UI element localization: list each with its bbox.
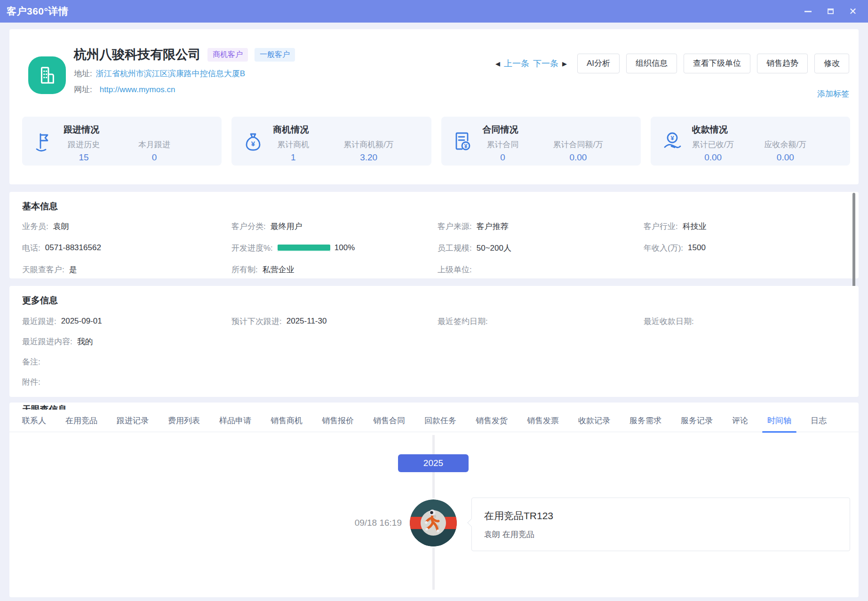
stat-title: 商机情况 bbox=[273, 124, 394, 136]
org-info-button[interactable]: 组织信息 bbox=[626, 54, 677, 73]
tab-competitor-products[interactable]: 在用竞品 bbox=[65, 410, 97, 432]
detail-tabs-card: 天眼查信息 联系人 在用竞品 跟进记录 费用列表 样品申请 销售商机 销售报价 … bbox=[9, 403, 859, 597]
sales-trend-button[interactable]: 销售趋势 bbox=[757, 54, 808, 73]
company-info: 杭州八骏科技有限公司 商机客户 一般客户 地址: 浙江省杭州市滨江区滨康路中控信… bbox=[74, 46, 295, 95]
tab-sample-request[interactable]: 样品申请 bbox=[219, 410, 251, 432]
stat-metric: 累计合同额/万 0.00 bbox=[553, 139, 604, 163]
basic-field-ownership: 所有制: 私营企业 bbox=[231, 263, 438, 276]
customer-360-window: 客户360°详情 ✕ 杭州八 bbox=[0, 0, 868, 601]
more-field-next-followup: 预计下次跟进: 2025-11-30 bbox=[231, 315, 438, 327]
stat-title: 跟进情况 bbox=[64, 124, 175, 136]
minimize-icon[interactable] bbox=[803, 7, 812, 16]
maximize-icon[interactable] bbox=[826, 7, 835, 16]
stat-metric: 累计商机 1 bbox=[273, 139, 313, 163]
tab-payment-tasks[interactable]: 回款任务 bbox=[424, 410, 456, 432]
stat-card-payment: ¥ 收款情况 累计已收/万 0.00 应收余额/万 0.0 bbox=[651, 117, 850, 166]
address-link[interactable]: 浙江省杭州市滨江区滨康路中控信息大厦B bbox=[96, 68, 245, 79]
website-link[interactable]: http://www.mymos.cn bbox=[100, 85, 175, 95]
basic-field-tianyancha: 天眼查客户: 是 bbox=[22, 263, 231, 276]
stat-title: 合同情况 bbox=[483, 124, 604, 136]
prev-record-link[interactable]: 上一条 bbox=[504, 58, 529, 69]
svg-text:¥: ¥ bbox=[251, 140, 255, 148]
money-bag-icon: ¥ bbox=[242, 130, 264, 153]
tab-followup-records[interactable]: 跟进记录 bbox=[117, 410, 149, 432]
timeline-item-time: 09/18 16:19 bbox=[301, 518, 402, 528]
record-nav: ◀ 上一条 下一条 ▶ bbox=[495, 58, 567, 69]
stat-metric: 本月跟进 0 bbox=[134, 139, 175, 163]
tab-service-records[interactable]: 服务记录 bbox=[681, 410, 713, 432]
more-field-attachment: 附件: bbox=[22, 376, 846, 388]
tab-payment-records[interactable]: 收款记录 bbox=[578, 410, 610, 432]
tab-sales-invoice[interactable]: 销售发票 bbox=[527, 410, 559, 432]
next-arrow-icon[interactable]: ▶ bbox=[562, 60, 567, 67]
add-tag-link[interactable]: 添加标签 bbox=[817, 88, 849, 99]
stat-metric: 应收余额/万 0.00 bbox=[764, 139, 806, 163]
tab-sales-quote[interactable]: 销售报价 bbox=[322, 410, 354, 432]
tab-contacts[interactable]: 联系人 bbox=[22, 410, 46, 432]
basic-field-customer-class: 客户分类: 最终用户 bbox=[231, 220, 438, 232]
more-field-last-followup: 最近跟进: 2025-09-01 bbox=[22, 315, 231, 327]
tab-timeline[interactable]: 时间轴 bbox=[767, 410, 791, 432]
stat-metric: 累计合同 0 bbox=[483, 139, 523, 163]
timeline-panel: 2025 09/18 16:19 bbox=[9, 432, 859, 590]
basic-field-salesperson: 业务员: 袁朗 bbox=[22, 220, 231, 232]
window-controls: ✕ bbox=[803, 0, 858, 23]
titlebar: 客户360°详情 ✕ bbox=[0, 0, 868, 23]
basic-field-customer-source: 客户来源: 客户推荐 bbox=[438, 220, 644, 232]
stat-card-opportunity: ¥ 商机情况 累计商机 1 累计商机额/万 3.20 bbox=[231, 117, 431, 166]
website-label: 网址: bbox=[74, 84, 92, 95]
clipped-section-title: 天眼查信息 bbox=[22, 403, 67, 410]
more-info-title: 更多信息 bbox=[22, 294, 846, 307]
prev-arrow-icon[interactable]: ◀ bbox=[495, 60, 500, 67]
address-label: 地址: bbox=[74, 68, 92, 79]
address-row: 地址: 浙江省杭州市滨江区滨康路中控信息大厦B bbox=[74, 68, 295, 79]
more-field-followup-content: 最近跟进内容: 我的 bbox=[22, 335, 846, 348]
next-record-link[interactable]: 下一条 bbox=[533, 58, 558, 69]
ai-analysis-button[interactable]: AI分析 bbox=[577, 54, 620, 73]
more-field-remark: 备注: bbox=[22, 356, 846, 368]
stat-card-contract: ¥ 合同情况 累计合同 0 累计合同额/万 0.00 bbox=[441, 117, 641, 166]
svg-text:¥: ¥ bbox=[464, 143, 467, 150]
tab-logs[interactable]: 日志 bbox=[811, 410, 827, 432]
header-actions: ◀ 上一条 下一条 ▶ AI分析 组织信息 查看下级单位 销售趋势 修改 bbox=[495, 54, 849, 73]
tab-comments[interactable]: 评论 bbox=[732, 410, 748, 432]
timeline-item-title: 在用竞品TR123 bbox=[484, 509, 837, 522]
contract-icon: ¥ bbox=[452, 130, 474, 153]
basic-info-title: 基本信息 bbox=[22, 200, 846, 213]
company-avatar bbox=[28, 56, 66, 94]
stat-metric: 跟进历史 15 bbox=[64, 139, 104, 163]
tab-expense-list[interactable]: 费用列表 bbox=[168, 410, 200, 432]
customer-header-card: 杭州八骏科技有限公司 商机客户 一般客户 地址: 浙江省杭州市滨江区滨康路中控信… bbox=[9, 29, 859, 184]
progress-percent: 100% bbox=[334, 243, 355, 253]
tag-opportunity-customer[interactable]: 商机客户 bbox=[207, 48, 248, 62]
close-icon[interactable]: ✕ bbox=[848, 7, 858, 16]
payment-hand-icon: ¥ bbox=[661, 130, 684, 153]
company-name: 杭州八骏科技有限公司 bbox=[74, 46, 201, 63]
view-subunits-button[interactable]: 查看下级单位 bbox=[684, 54, 750, 73]
timeline-item-avatar bbox=[410, 499, 457, 546]
timeline-item-card[interactable]: 在用竞品TR123 袁朗 在用竞品 bbox=[471, 498, 850, 551]
basic-info-card: 基本信息 业务员: 袁朗 客户分类: 最终用户 客户来源: 客户推荐 客户行业:… bbox=[9, 192, 859, 278]
more-field-last-payment-date: 最近收款日期: bbox=[644, 315, 846, 327]
svg-text:¥: ¥ bbox=[670, 134, 674, 142]
more-info-card: 更多信息 最近跟进: 2025-09-01 预计下次跟进: 2025-11-30… bbox=[9, 286, 859, 397]
stat-card-followup: 跟进情况 跟进历史 15 本月跟进 0 bbox=[22, 117, 222, 166]
edit-button[interactable]: 修改 bbox=[814, 54, 849, 73]
basic-field-phone: 电话: 0571-88316562 bbox=[22, 242, 231, 254]
basic-field-empty bbox=[644, 263, 846, 276]
timeline-item-subtitle: 袁朗 在用竞品 bbox=[484, 529, 837, 540]
tab-service-needs[interactable]: 服务需求 bbox=[629, 410, 661, 432]
tab-sales-contract[interactable]: 销售合同 bbox=[373, 410, 405, 432]
basic-field-staff-size: 员工规模: 50~200人 bbox=[438, 242, 644, 254]
stat-metric: 累计商机额/万 3.20 bbox=[343, 139, 394, 163]
building-icon bbox=[36, 64, 58, 86]
basic-field-parent-unit: 上级单位: bbox=[438, 263, 644, 276]
follow-flag-icon bbox=[32, 130, 55, 153]
detail-tabs: 联系人 在用竞品 跟进记录 费用列表 样品申请 销售商机 销售报价 销售合同 回… bbox=[9, 410, 859, 432]
basic-field-annual-income: 年收入(万): 1500 bbox=[644, 242, 846, 254]
tab-sales-opportunity[interactable]: 销售商机 bbox=[271, 410, 303, 432]
window-title: 客户360°详情 bbox=[7, 5, 68, 18]
tag-general-customer[interactable]: 一般客户 bbox=[255, 48, 295, 62]
tab-sales-shipment[interactable]: 销售发货 bbox=[476, 410, 508, 432]
timeline-year-badge: 2025 bbox=[398, 454, 469, 472]
